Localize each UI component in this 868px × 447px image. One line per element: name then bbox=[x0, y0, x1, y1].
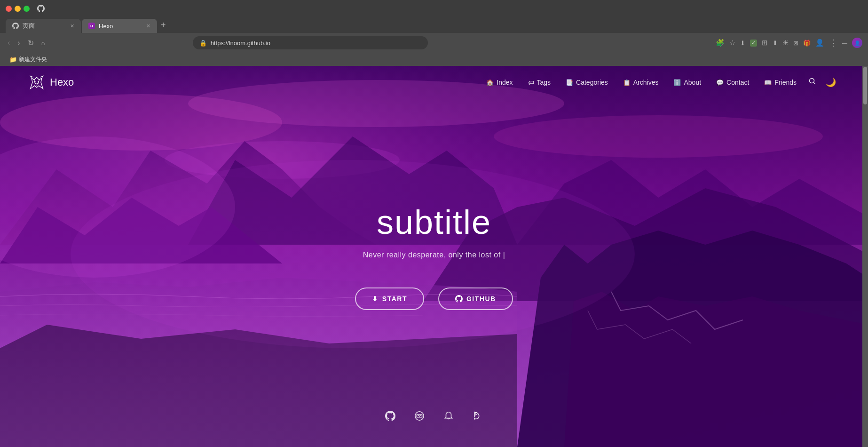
extension3-icon[interactable]: ⊠ bbox=[793, 40, 798, 47]
title-bar bbox=[0, 0, 868, 17]
address-text: https://lnoom.github.io bbox=[211, 40, 270, 47]
address-input-container[interactable]: 🔒 https://lnoom.github.io bbox=[193, 36, 428, 49]
website-content: Hexo 🏠 Index 🏷 Tags 📑 Categories 📋 Arc bbox=[0, 66, 868, 447]
start-icon: ⬇ bbox=[372, 295, 379, 303]
bookmark-star-icon[interactable]: ☆ bbox=[729, 39, 735, 47]
maximize-button[interactable] bbox=[24, 6, 30, 12]
sun-icon[interactable]: ☀ bbox=[782, 39, 789, 47]
categories-nav-icon: 📑 bbox=[566, 79, 573, 86]
bookmarks-bar: 📁 新建文件夹 bbox=[0, 53, 868, 66]
svg-point-10 bbox=[810, 79, 814, 83]
social-email-icon[interactable] bbox=[414, 411, 425, 423]
github-label: GITHUB bbox=[466, 295, 496, 303]
github-button[interactable]: GITHUB bbox=[438, 287, 513, 310]
extension2-icon[interactable]: ⬇ bbox=[773, 40, 778, 47]
svg-point-8 bbox=[34, 81, 36, 83]
start-button[interactable]: ⬇ START bbox=[355, 287, 424, 310]
tags-nav-icon: 🏷 bbox=[528, 79, 534, 86]
back-button[interactable]: ‹ bbox=[6, 38, 12, 48]
home-nav-icon: 🏠 bbox=[486, 79, 494, 86]
tab2-close-icon[interactable]: ✕ bbox=[146, 23, 150, 29]
tab1-favicon-icon bbox=[12, 23, 19, 29]
logo-text: Hexo bbox=[50, 76, 74, 88]
toolbar-right: 🧩 ☆ ⬇ ✓ ⊞ ⬇ ☀ ⊠ 🎁 👤 ⋮ — 👤 bbox=[716, 38, 862, 48]
grid-icon[interactable]: ⊞ bbox=[762, 39, 768, 47]
nav-friends-label: Friends bbox=[774, 79, 797, 86]
address-bar: ‹ › ↻ ⌂ 🔒 https://lnoom.github.io 🧩 ☆ ⬇ … bbox=[0, 33, 868, 53]
svg-point-13 bbox=[474, 418, 475, 420]
browser-chrome: 页面 ✕ H Hexo ✕ + ‹ › ↻ ⌂ 🔒 https://lnoom.… bbox=[0, 0, 868, 66]
home-button[interactable]: ⌂ bbox=[39, 39, 47, 48]
nav-categories-label: Categories bbox=[576, 79, 608, 86]
github-btn-icon bbox=[455, 295, 463, 303]
bookmark-label: 新建文件夹 bbox=[19, 56, 47, 64]
nav-contact-label: Contact bbox=[726, 79, 749, 86]
social-github-icon[interactable] bbox=[385, 411, 395, 423]
hero-title: subtitle bbox=[355, 203, 513, 241]
reload-button[interactable]: ↻ bbox=[26, 38, 36, 48]
hero-social-icons bbox=[385, 411, 483, 423]
search-icon[interactable] bbox=[805, 74, 820, 91]
nav-item-categories[interactable]: 📑 Categories bbox=[559, 75, 615, 90]
tab-page[interactable]: 页面 ✕ bbox=[6, 19, 81, 33]
profile-icon[interactable]: 👤 bbox=[815, 39, 824, 47]
nav-menu: 🏠 Index 🏷 Tags 📑 Categories 📋 Archives ℹ… bbox=[480, 73, 840, 91]
hero-section: Hexo 🏠 Index 🏷 Tags 📑 Categories 📋 Arc bbox=[0, 66, 868, 447]
minimize-button[interactable] bbox=[15, 6, 21, 12]
hero-buttons: ⬇ START GITHUB bbox=[355, 287, 513, 310]
nav-item-friends[interactable]: 📖 Friends bbox=[758, 75, 803, 90]
tab2-label: Hexo bbox=[99, 23, 113, 30]
nav-archives-label: Archives bbox=[633, 79, 659, 86]
tab-hexo[interactable]: H Hexo ✕ bbox=[82, 19, 157, 33]
hero-subtitle: Never really desperate, only the lost of… bbox=[355, 251, 513, 259]
nav-tags-label: Tags bbox=[537, 79, 551, 86]
nav-item-about[interactable]: ℹ️ About bbox=[667, 75, 708, 90]
tab1-label: 页面 bbox=[23, 22, 35, 30]
github-favicon-icon bbox=[37, 5, 45, 12]
download-icon[interactable]: ⬇ bbox=[740, 40, 745, 47]
site-nav: Hexo 🏠 Index 🏷 Tags 📑 Categories 📋 Arc bbox=[0, 66, 868, 99]
nav-item-index[interactable]: 🏠 Index bbox=[480, 75, 519, 90]
tabs-bar: 页面 ✕ H Hexo ✕ + bbox=[0, 17, 868, 33]
menu-icon[interactable]: ⋮ bbox=[829, 38, 837, 48]
close-button[interactable] bbox=[6, 6, 12, 12]
avatar-icon[interactable]: 👤 bbox=[852, 38, 862, 48]
extension-puzzle-icon[interactable]: 🧩 bbox=[716, 39, 725, 47]
folder-icon: 📁 bbox=[9, 56, 17, 63]
start-label: START bbox=[382, 295, 407, 303]
social-rss-icon[interactable] bbox=[473, 411, 483, 423]
social-bell-icon[interactable] bbox=[443, 411, 454, 423]
nav-item-archives[interactable]: 📋 Archives bbox=[616, 75, 665, 90]
macos-minimize-icon[interactable]: — bbox=[842, 40, 847, 46]
tab1-close-icon[interactable]: ✕ bbox=[70, 23, 74, 29]
hero-subtitle-text: Never really desperate, only the lost of… bbox=[363, 251, 505, 259]
dark-mode-icon[interactable]: 🌙 bbox=[822, 73, 840, 91]
friends-nav-icon: 📖 bbox=[764, 79, 772, 86]
site-logo[interactable]: Hexo bbox=[28, 74, 74, 91]
hero-content: subtitle Never really desperate, only th… bbox=[346, 193, 522, 319]
svg-point-4 bbox=[494, 115, 823, 158]
nav-index-label: Index bbox=[497, 79, 513, 86]
svg-point-9 bbox=[38, 81, 39, 83]
logo-fox-icon bbox=[28, 74, 45, 91]
archives-nav-icon: 📋 bbox=[623, 79, 631, 86]
nav-about-label: About bbox=[684, 79, 701, 86]
contact-nav-icon: 💬 bbox=[716, 79, 724, 86]
nav-item-contact[interactable]: 💬 Contact bbox=[710, 75, 756, 90]
nav-item-tags[interactable]: 🏷 Tags bbox=[521, 75, 558, 90]
forward-button[interactable]: › bbox=[16, 38, 22, 48]
scrollbar-thumb[interactable] bbox=[863, 67, 867, 104]
lock-icon: 🔒 bbox=[199, 40, 207, 47]
bookmark-folder[interactable]: 📁 新建文件夹 bbox=[6, 55, 51, 64]
new-tab-button[interactable]: + bbox=[157, 20, 170, 30]
scrollbar[interactable] bbox=[862, 66, 868, 447]
extension1-icon[interactable]: ✓ bbox=[750, 40, 757, 47]
svg-line-11 bbox=[814, 83, 816, 85]
about-nav-icon: ℹ️ bbox=[673, 79, 681, 86]
traffic-lights bbox=[6, 6, 30, 12]
gift-icon[interactable]: 🎁 bbox=[803, 40, 811, 47]
